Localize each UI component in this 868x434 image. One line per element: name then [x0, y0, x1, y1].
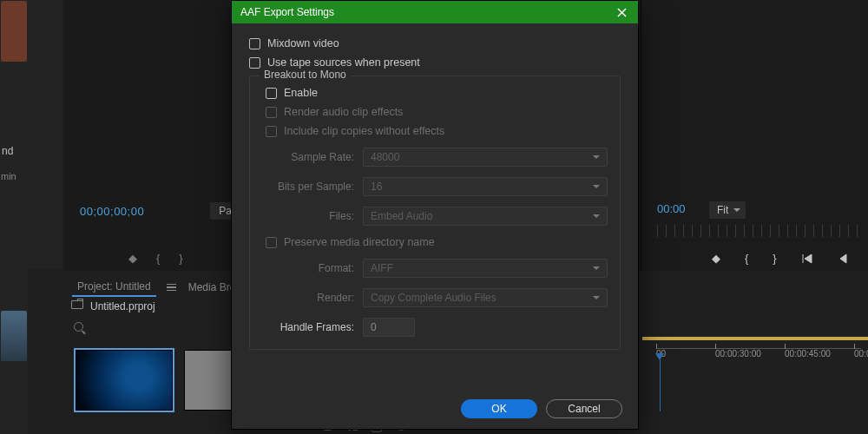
checkbox-mixdown[interactable] [249, 38, 260, 49]
enable-row[interactable]: Enable [266, 87, 608, 99]
out-bracket-icon[interactable]: } [179, 252, 182, 265]
truncated-nd: nd [2, 145, 13, 157]
ruler-tick: 00:01:00:00 [854, 349, 868, 358]
include-copies-row: Include clip copies without effects [266, 125, 608, 137]
mark-in-icon[interactable]: { [745, 252, 748, 265]
cancel-button[interactable]: Cancel [546, 399, 622, 418]
transport-controls: ◆ { } [712, 252, 868, 265]
step-back-icon[interactable] [838, 253, 850, 265]
thumb-mountain[interactable] [1, 311, 27, 361]
checkbox-include-copies [266, 126, 277, 137]
preserve-row: Preserve media directory name [266, 236, 608, 248]
source-timecode[interactable]: 00;00;00;00 [80, 205, 144, 218]
add-marker-icon[interactable]: ◆ [712, 252, 720, 265]
ok-button[interactable]: OK [461, 399, 537, 418]
project-filename[interactable]: Untitled.prproj [90, 300, 155, 312]
handle-label: Handle Frames: [266, 321, 363, 333]
breakout-group: Breakout to Mono Enable Render audio cli… [249, 76, 621, 350]
ruler-tick: 00:00:30:00 [715, 349, 761, 358]
bin-icon [71, 300, 83, 309]
panel-left-gutter [28, 0, 62, 269]
in-bracket-icon[interactable]: { [156, 252, 160, 265]
tab-project[interactable]: Project: Untitled [72, 278, 156, 297]
preserve-label: Preserve media directory name [284, 236, 435, 248]
dialog-title: AAF Export Settings [240, 6, 334, 18]
checkbox-render-fx [266, 107, 277, 118]
program-timecode[interactable]: 00:00 [657, 202, 686, 215]
handle-frames-input[interactable]: 0 [363, 318, 415, 337]
mixdown-label: Mixdown video [267, 37, 339, 49]
checkbox-enable[interactable] [266, 88, 277, 99]
program-ruler[interactable] [657, 225, 863, 237]
search-icon[interactable] [74, 322, 83, 332]
include-copies-label: Include clip copies without effects [284, 125, 444, 137]
thumb-desert[interactable] [1, 1, 27, 62]
format-label: Format: [266, 262, 363, 274]
files-label: Files: [266, 210, 363, 222]
clip-thumb-globe[interactable] [76, 350, 173, 411]
enable-label: Enable [284, 87, 318, 99]
mark-out-icon[interactable]: } [773, 252, 776, 265]
tape-label: Use tape sources when present [267, 56, 420, 69]
marker-icon[interactable]: ◆ [128, 252, 137, 265]
bits-label: Bits per Sample: [266, 181, 363, 193]
close-icon[interactable] [614, 4, 629, 20]
panel-menu-icon[interactable] [167, 284, 176, 292]
aaf-export-dialog: AAF Export Settings Mixdown video Use ta… [231, 0, 639, 430]
format-select: AIFF [363, 259, 608, 278]
mixdown-row[interactable]: Mixdown video [249, 37, 621, 49]
timeline-ruler[interactable]: 00 00:00:30:00 00:00:45:00 00:01:00:00 [656, 348, 861, 364]
render-select: Copy Complete Audio Files [363, 288, 608, 307]
checkbox-tape[interactable] [249, 57, 260, 69]
tape-row[interactable]: Use tape sources when present [249, 56, 621, 69]
left-rail [0, 0, 28, 434]
render-fx-label: Render audio clip effects [284, 106, 403, 118]
playhead[interactable] [660, 359, 661, 411]
sample-rate-select: 48000 [363, 148, 608, 167]
breakout-legend: Breakout to Mono [259, 69, 352, 81]
sample-rate-label: Sample Rate: [266, 151, 363, 163]
bits-select: 16 [363, 177, 608, 196]
render-fx-row: Render audio clip effects [266, 106, 608, 118]
source-mark-buttons: ◆ { } [128, 252, 183, 265]
timeline-work-bar[interactable] [642, 337, 868, 340]
zoom-fit-select[interactable]: Fit [709, 201, 746, 219]
checkbox-preserve [266, 237, 277, 248]
dialog-titlebar[interactable]: AAF Export Settings [232, 1, 638, 23]
truncated-min: min [1, 171, 16, 181]
render-label: Render: [266, 292, 363, 304]
goto-in-icon[interactable] [801, 253, 813, 265]
files-select: Embed Audio [363, 207, 608, 226]
ruler-tick: 00:00:45:00 [785, 349, 831, 358]
